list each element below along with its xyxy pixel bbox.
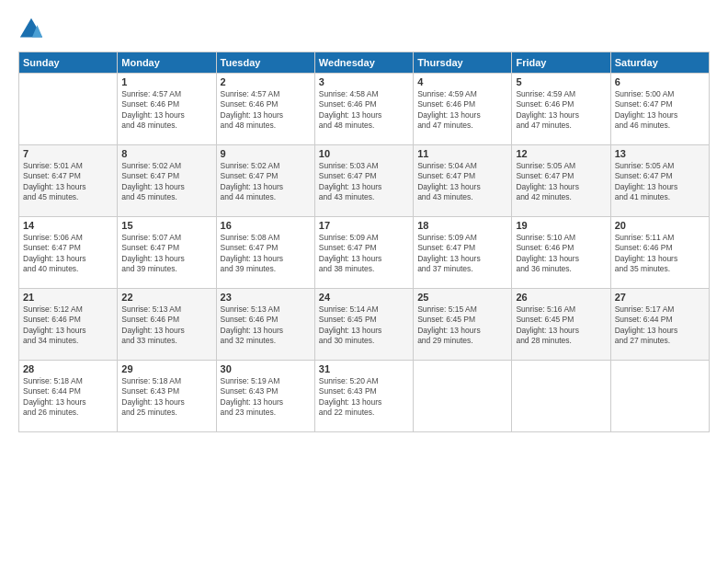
calendar-cell	[19, 74, 118, 145]
day-detail: Sunrise: 5:09 AM Sunset: 6:47 PM Dayligh…	[319, 233, 409, 275]
day-number: 1	[121, 76, 211, 87]
day-detail: Sunrise: 5:10 AM Sunset: 6:46 PM Dayligh…	[516, 233, 606, 275]
calendar-week-row: 21Sunrise: 5:12 AM Sunset: 6:46 PM Dayli…	[19, 289, 710, 361]
day-detail: Sunrise: 5:00 AM Sunset: 6:47 PM Dayligh…	[615, 89, 705, 132]
day-detail: Sunrise: 5:16 AM Sunset: 6:45 PM Dayligh…	[516, 304, 606, 347]
calendar-cell: 12Sunrise: 5:05 AM Sunset: 6:47 PM Dayli…	[512, 145, 610, 217]
calendar-cell: 2Sunrise: 4:57 AM Sunset: 6:46 PM Daylig…	[216, 74, 314, 145]
day-detail: Sunrise: 5:03 AM Sunset: 6:47 PM Dayligh…	[319, 161, 409, 203]
calendar-cell	[610, 361, 709, 432]
day-number: 22	[121, 292, 211, 303]
calendar-week-row: 7Sunrise: 5:01 AM Sunset: 6:47 PM Daylig…	[19, 145, 710, 217]
day-detail: Sunrise: 5:05 AM Sunset: 6:47 PM Dayligh…	[615, 161, 705, 203]
day-number: 24	[319, 292, 409, 303]
day-detail: Sunrise: 5:13 AM Sunset: 6:46 PM Dayligh…	[121, 304, 211, 347]
day-number: 5	[516, 76, 606, 87]
calendar-cell: 30Sunrise: 5:19 AM Sunset: 6:43 PM Dayli…	[216, 361, 314, 432]
calendar-cell	[414, 361, 512, 432]
calendar-cell: 14Sunrise: 5:06 AM Sunset: 6:47 PM Dayli…	[19, 217, 118, 289]
calendar-header-tuesday: Tuesday	[216, 52, 314, 74]
calendar-header-thursday: Thursday	[414, 52, 512, 74]
page: SundayMondayTuesdayWednesdayThursdayFrid…	[0, 0, 728, 442]
day-number: 28	[23, 363, 113, 374]
calendar-cell: 22Sunrise: 5:13 AM Sunset: 6:46 PM Dayli…	[118, 289, 216, 361]
calendar-cell: 8Sunrise: 5:02 AM Sunset: 6:47 PM Daylig…	[118, 145, 216, 217]
calendar-cell: 23Sunrise: 5:13 AM Sunset: 6:46 PM Dayli…	[216, 289, 314, 361]
day-number: 25	[417, 292, 507, 303]
day-number: 30	[221, 363, 311, 374]
calendar-cell: 31Sunrise: 5:20 AM Sunset: 6:43 PM Dayli…	[314, 361, 413, 432]
day-number: 9	[221, 148, 311, 159]
calendar-cell: 21Sunrise: 5:12 AM Sunset: 6:46 PM Dayli…	[19, 289, 118, 361]
calendar-cell: 28Sunrise: 5:18 AM Sunset: 6:44 PM Dayli…	[19, 361, 118, 432]
calendar-cell: 5Sunrise: 4:59 AM Sunset: 6:46 PM Daylig…	[512, 74, 610, 145]
calendar-week-row: 14Sunrise: 5:06 AM Sunset: 6:47 PM Dayli…	[19, 217, 710, 289]
calendar-cell: 20Sunrise: 5:11 AM Sunset: 6:46 PM Dayli…	[610, 217, 709, 289]
calendar-cell: 25Sunrise: 5:15 AM Sunset: 6:45 PM Dayli…	[414, 289, 512, 361]
day-number: 20	[615, 220, 705, 231]
day-detail: Sunrise: 5:09 AM Sunset: 6:47 PM Dayligh…	[417, 233, 507, 275]
day-detail: Sunrise: 5:17 AM Sunset: 6:44 PM Dayligh…	[615, 304, 705, 347]
day-number: 13	[615, 148, 705, 159]
day-number: 16	[221, 220, 311, 231]
day-number: 15	[121, 220, 211, 231]
day-detail: Sunrise: 5:19 AM Sunset: 6:43 PM Dayligh…	[221, 376, 311, 419]
day-number: 2	[221, 76, 311, 87]
calendar-table: SundayMondayTuesdayWednesdayThursdayFrid…	[18, 52, 710, 432]
day-number: 27	[615, 292, 705, 303]
day-number: 4	[417, 76, 507, 87]
day-number: 6	[615, 76, 705, 87]
calendar-week-row: 28Sunrise: 5:18 AM Sunset: 6:44 PM Dayli…	[19, 361, 710, 432]
day-number: 7	[23, 148, 113, 159]
day-number: 10	[319, 148, 409, 159]
day-number: 11	[417, 148, 507, 159]
calendar-cell: 24Sunrise: 5:14 AM Sunset: 6:45 PM Dayli…	[314, 289, 413, 361]
calendar-cell: 26Sunrise: 5:16 AM Sunset: 6:45 PM Dayli…	[512, 289, 610, 361]
day-number: 21	[23, 292, 113, 303]
calendar-cell: 17Sunrise: 5:09 AM Sunset: 6:47 PM Dayli…	[314, 217, 413, 289]
calendar-week-row: 1Sunrise: 4:57 AM Sunset: 6:46 PM Daylig…	[19, 74, 710, 145]
day-detail: Sunrise: 5:05 AM Sunset: 6:47 PM Dayligh…	[516, 161, 606, 203]
day-detail: Sunrise: 5:02 AM Sunset: 6:47 PM Dayligh…	[221, 161, 311, 203]
day-number: 29	[121, 363, 211, 374]
calendar-header-sunday: Sunday	[19, 52, 118, 74]
day-number: 26	[516, 292, 606, 303]
day-number: 17	[319, 220, 409, 231]
calendar-cell: 1Sunrise: 4:57 AM Sunset: 6:46 PM Daylig…	[118, 74, 216, 145]
day-number: 18	[417, 220, 507, 231]
calendar-cell: 6Sunrise: 5:00 AM Sunset: 6:47 PM Daylig…	[610, 74, 709, 145]
day-detail: Sunrise: 5:01 AM Sunset: 6:47 PM Dayligh…	[23, 161, 113, 203]
calendar-cell: 29Sunrise: 5:18 AM Sunset: 6:43 PM Dayli…	[118, 361, 216, 432]
calendar-cell: 13Sunrise: 5:05 AM Sunset: 6:47 PM Dayli…	[610, 145, 709, 217]
day-detail: Sunrise: 5:08 AM Sunset: 6:47 PM Dayligh…	[221, 233, 311, 275]
day-number: 19	[516, 220, 606, 231]
day-number: 12	[516, 148, 606, 159]
calendar-header-friday: Friday	[512, 52, 610, 74]
calendar-cell: 15Sunrise: 5:07 AM Sunset: 6:47 PM Dayli…	[118, 217, 216, 289]
calendar-cell	[512, 361, 610, 432]
day-detail: Sunrise: 5:06 AM Sunset: 6:47 PM Dayligh…	[23, 233, 113, 275]
calendar-cell: 27Sunrise: 5:17 AM Sunset: 6:44 PM Dayli…	[610, 289, 709, 361]
day-number: 3	[319, 76, 409, 87]
calendar-cell: 11Sunrise: 5:04 AM Sunset: 6:47 PM Dayli…	[414, 145, 512, 217]
day-detail: Sunrise: 5:04 AM Sunset: 6:47 PM Dayligh…	[417, 161, 507, 203]
calendar-header-monday: Monday	[118, 52, 216, 74]
day-detail: Sunrise: 5:12 AM Sunset: 6:46 PM Dayligh…	[23, 304, 113, 347]
day-detail: Sunrise: 5:20 AM Sunset: 6:43 PM Dayligh…	[319, 376, 409, 419]
day-detail: Sunrise: 5:15 AM Sunset: 6:45 PM Dayligh…	[417, 304, 507, 347]
calendar-header-saturday: Saturday	[610, 52, 709, 74]
calendar-header-row: SundayMondayTuesdayWednesdayThursdayFrid…	[19, 52, 710, 74]
day-detail: Sunrise: 5:11 AM Sunset: 6:46 PM Dayligh…	[615, 233, 705, 275]
calendar-cell: 18Sunrise: 5:09 AM Sunset: 6:47 PM Dayli…	[414, 217, 512, 289]
day-detail: Sunrise: 5:13 AM Sunset: 6:46 PM Dayligh…	[221, 304, 311, 347]
day-number: 31	[319, 363, 409, 374]
calendar-cell: 3Sunrise: 4:58 AM Sunset: 6:46 PM Daylig…	[314, 74, 413, 145]
day-detail: Sunrise: 4:58 AM Sunset: 6:46 PM Dayligh…	[319, 89, 409, 132]
calendar-header-wednesday: Wednesday	[314, 52, 413, 74]
day-detail: Sunrise: 4:59 AM Sunset: 6:46 PM Dayligh…	[417, 89, 507, 132]
calendar-cell: 7Sunrise: 5:01 AM Sunset: 6:47 PM Daylig…	[19, 145, 118, 217]
day-detail: Sunrise: 4:57 AM Sunset: 6:46 PM Dayligh…	[121, 89, 211, 132]
day-detail: Sunrise: 5:14 AM Sunset: 6:45 PM Dayligh…	[319, 304, 409, 347]
day-number: 14	[23, 220, 113, 231]
day-detail: Sunrise: 4:57 AM Sunset: 6:46 PM Dayligh…	[221, 89, 311, 132]
